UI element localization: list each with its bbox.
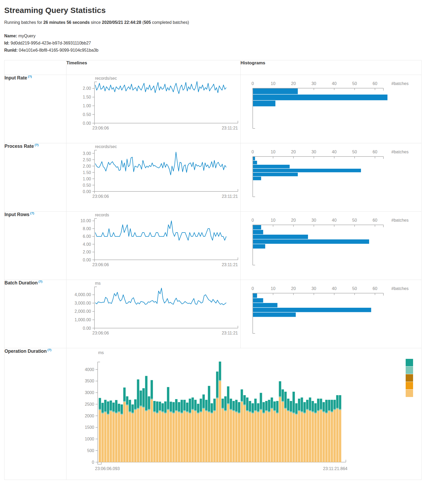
svg-text:0: 0 bbox=[252, 218, 254, 222]
svg-text:50: 50 bbox=[352, 218, 357, 222]
svg-text:10: 10 bbox=[271, 286, 275, 291]
svg-text:30: 30 bbox=[311, 218, 316, 222]
svg-text:ms: ms bbox=[95, 281, 101, 285]
svg-text:20: 20 bbox=[291, 81, 296, 86]
input-rate-timeline-chart: records/sec0.000.501.001.502.0023:06:062… bbox=[66, 75, 240, 137]
running-duration: 26 minutes 56 seconds bbox=[43, 20, 90, 25]
svg-text:50: 50 bbox=[352, 81, 357, 86]
query-id-label: Id: bbox=[4, 41, 10, 45]
svg-text:0.00: 0.00 bbox=[83, 189, 91, 194]
operation-duration-row: Operation Duration(?) ms0500100015002000… bbox=[4, 348, 422, 480]
svg-text:1.00: 1.00 bbox=[83, 104, 91, 108]
svg-text:50: 50 bbox=[352, 286, 357, 291]
svg-text:40: 40 bbox=[332, 286, 337, 291]
svg-text:0.00: 0.00 bbox=[83, 326, 91, 331]
header-timelines: Timelines bbox=[66, 60, 241, 75]
svg-text:50: 50 bbox=[352, 150, 357, 154]
svg-text:23:06:06: 23:06:06 bbox=[92, 262, 109, 267]
svg-text:records/sec: records/sec bbox=[95, 144, 117, 149]
input-rate-label: Input Rate bbox=[4, 75, 27, 81]
batch-duration-label: Batch Duration bbox=[4, 280, 38, 285]
svg-text:0.00: 0.00 bbox=[83, 121, 91, 126]
svg-text:records/sec: records/sec bbox=[95, 76, 117, 81]
input-rows-help-icon[interactable]: (?) bbox=[30, 212, 34, 215]
svg-text:2,000.00: 2,000.00 bbox=[75, 309, 91, 314]
svg-text:2.00: 2.00 bbox=[83, 86, 91, 91]
svg-text:1.50: 1.50 bbox=[83, 95, 91, 99]
batch-duration-row: Batch Duration(?) ms0.001,000.002,000.00… bbox=[4, 280, 422, 348]
svg-text:4000: 4000 bbox=[85, 367, 94, 372]
svg-text:1000: 1000 bbox=[85, 437, 94, 441]
svg-text:0: 0 bbox=[252, 286, 254, 291]
operation-duration-label-cell: Operation Duration(?) bbox=[4, 348, 66, 480]
process-rate-label-cell: Process Rate(?) bbox=[4, 143, 66, 212]
input-rate-histogram-chart: 0102030405060#batches bbox=[241, 75, 421, 137]
svg-text:1,000.00: 1,000.00 bbox=[75, 318, 91, 322]
svg-text:2500: 2500 bbox=[85, 402, 94, 407]
svg-text:23:06:06: 23:06:06 bbox=[92, 126, 109, 130]
svg-text:20: 20 bbox=[291, 286, 296, 291]
svg-text:40: 40 bbox=[332, 218, 337, 222]
input-rows-label-cell: Input Rows(?) bbox=[4, 212, 66, 280]
svg-text:0: 0 bbox=[252, 81, 254, 86]
svg-text:1.50: 1.50 bbox=[83, 170, 91, 175]
svg-text:4.00: 4.00 bbox=[83, 242, 91, 247]
streaming-query-statistics-page: Streaming Query Statistics Running batch… bbox=[0, 0, 448, 482]
open-paren: ( bbox=[141, 20, 144, 25]
query-id-value: 9d0dd219-995d-423e-b97d-36931110bb27 bbox=[11, 41, 91, 45]
svg-text:3500: 3500 bbox=[85, 379, 94, 383]
svg-text:2.00: 2.00 bbox=[83, 164, 91, 168]
query-runid-value: 04e101e6-8bf8-4165-9099-9104c951ba3b bbox=[19, 48, 98, 52]
svg-text:2.00: 2.00 bbox=[83, 250, 91, 254]
svg-text:60: 60 bbox=[373, 81, 377, 86]
operation-duration-help-icon[interactable]: (?) bbox=[47, 348, 51, 351]
process-rate-timeline-chart: records/sec0.000.501.001.502.002.503.002… bbox=[66, 143, 240, 206]
svg-text:ms: ms bbox=[98, 350, 104, 355]
svg-text:60: 60 bbox=[373, 218, 377, 222]
completed-suffix: completed batches) bbox=[151, 20, 189, 25]
svg-text:1500: 1500 bbox=[85, 425, 94, 430]
svg-text:10: 10 bbox=[271, 218, 275, 222]
svg-text:10: 10 bbox=[271, 81, 275, 86]
svg-text:2000: 2000 bbox=[85, 414, 94, 418]
header-histograms: Histograms bbox=[241, 60, 422, 75]
svg-text:6.00: 6.00 bbox=[83, 234, 91, 239]
svg-text:23:06:06: 23:06:06 bbox=[92, 331, 109, 335]
svg-text:3000: 3000 bbox=[85, 390, 94, 395]
svg-text:0: 0 bbox=[252, 150, 254, 154]
process-rate-histogram-chart: 0102030405060#batches bbox=[241, 143, 421, 206]
header-empty-cell bbox=[4, 60, 66, 75]
input-rate-row: Input Rate(?) records/sec0.000.501.001.5… bbox=[4, 75, 422, 143]
operation-duration-chart: ms0500100015002000250030003500400023:06:… bbox=[66, 348, 421, 479]
completed-batch-count: 505 bbox=[144, 20, 151, 25]
query-name-value: myQuery bbox=[18, 34, 35, 38]
svg-text:0.50: 0.50 bbox=[83, 183, 91, 188]
svg-text:#batches: #batches bbox=[391, 81, 409, 86]
svg-text:3,000.00: 3,000.00 bbox=[75, 301, 91, 305]
batch-duration-help-icon[interactable]: (?) bbox=[38, 280, 42, 283]
input-rate-label-cell: Input Rate(?) bbox=[4, 75, 66, 143]
svg-text:23:06:06.093: 23:06:06.093 bbox=[95, 466, 120, 471]
svg-text:2.50: 2.50 bbox=[83, 158, 91, 162]
legend-swatch-5 bbox=[406, 390, 413, 397]
input-rate-help-icon[interactable]: (?) bbox=[28, 75, 32, 78]
svg-text:4,000.00: 4,000.00 bbox=[75, 292, 91, 297]
table-header-row: Timelines Histograms bbox=[4, 60, 422, 75]
svg-text:#batches: #batches bbox=[391, 286, 409, 291]
query-runid-line: RunId: 04e101e6-8bf8-4165-9099-9104c951b… bbox=[4, 47, 444, 54]
svg-text:23:11:21: 23:11:21 bbox=[222, 262, 238, 267]
batch-duration-histogram-chart: 0102030405060#batches bbox=[241, 280, 421, 342]
svg-text:23:11:21: 23:11:21 bbox=[222, 331, 238, 335]
since-word: since bbox=[90, 20, 102, 25]
svg-text:23:11:21: 23:11:21 bbox=[222, 194, 238, 199]
svg-text:8.00: 8.00 bbox=[83, 226, 91, 231]
svg-text:#batches: #batches bbox=[391, 218, 409, 222]
input-rows-label: Input Rows bbox=[4, 212, 29, 217]
svg-text:records: records bbox=[95, 213, 109, 217]
svg-text:30: 30 bbox=[311, 286, 316, 291]
svg-text:23:06:06: 23:06:06 bbox=[92, 194, 109, 199]
process-rate-help-icon[interactable]: (?) bbox=[35, 143, 39, 146]
query-name-label: Name: bbox=[4, 34, 17, 38]
operation-duration-label: Operation Duration bbox=[4, 349, 47, 354]
running-prefix: Running batches for bbox=[4, 20, 43, 25]
